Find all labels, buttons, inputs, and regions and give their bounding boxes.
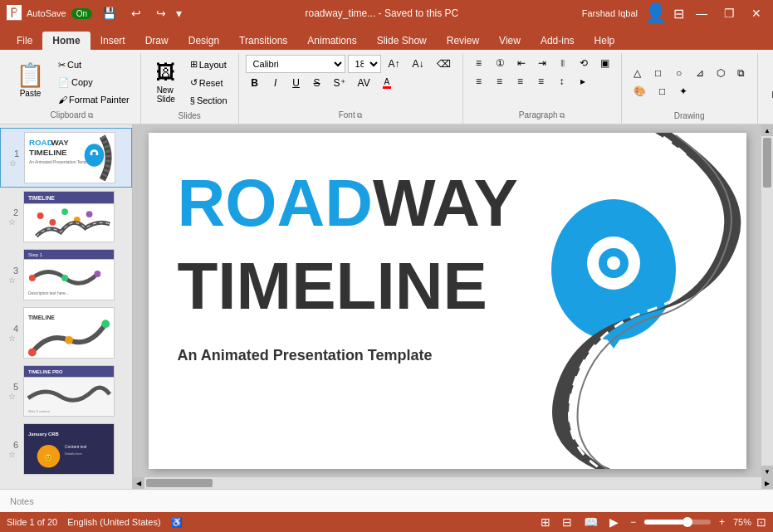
italic-button[interactable]: I xyxy=(267,75,285,91)
scroll-down-btn[interactable]: ▼ xyxy=(761,466,773,477)
columns-btn[interactable]: ⫴ xyxy=(554,55,572,71)
font-dialog-btn[interactable]: ⧉ xyxy=(357,111,362,120)
tab-design[interactable]: Design xyxy=(179,32,229,50)
copy-button[interactable]: 📄Copy xyxy=(54,75,134,90)
voice-group: ✏️ Drawing 🔍 Editing 🎤 Dictate 💡 Design … xyxy=(758,53,773,124)
shape2-btn[interactable]: □ xyxy=(649,65,668,81)
slide-thumb-4[interactable]: 4 ☆ TIMELINE xyxy=(0,304,132,362)
tab-insert[interactable]: Insert xyxy=(91,32,135,50)
align-center-btn[interactable]: ≡ xyxy=(491,73,509,90)
drawing-button[interactable]: ✏️ Drawing xyxy=(765,61,773,104)
ribbon: 📋 Paste ✂Cut 📄Copy 🖌Format Painter Clipb… xyxy=(0,50,773,124)
slide-canvas[interactable]: ROADWAY TIMELINE An Animated Presentatio… xyxy=(149,133,746,469)
reading-view-btn[interactable]: 📖 xyxy=(580,514,601,530)
slide-timeline-area: TIMELINE xyxy=(178,253,487,320)
para-dialog-btn[interactable]: ⧉ xyxy=(560,111,565,120)
font-color-btn[interactable]: A xyxy=(378,75,396,91)
font-family-select[interactable]: Calibri xyxy=(246,55,345,73)
bold-button[interactable]: B xyxy=(246,75,264,91)
close-button[interactable]: ✕ xyxy=(746,5,766,22)
slide-thumb-3[interactable]: 3 ☆ Step 1 Description text here... xyxy=(0,246,132,304)
paste-button[interactable]: 📋 Paste xyxy=(10,57,51,107)
normal-view-btn[interactable]: ⊞ xyxy=(537,514,554,530)
arrange-btn[interactable]: ⧉ xyxy=(732,65,751,81)
shadow-button[interactable]: S⁺ xyxy=(329,75,350,91)
tab-file[interactable]: File xyxy=(7,32,42,50)
strikethrough-button[interactable]: S xyxy=(308,75,326,91)
scroll-thumb[interactable] xyxy=(763,138,771,188)
align-right-btn[interactable]: ≡ xyxy=(511,73,530,90)
fill-btn[interactable]: 🎨 xyxy=(629,83,651,100)
zoom-slider-thumb[interactable] xyxy=(682,517,692,527)
slide-thumb-6[interactable]: 6 ☆ January CRB 😊 Content text Details h… xyxy=(0,420,132,478)
smartart-btn[interactable]: ▣ xyxy=(595,55,614,71)
autosave-state: On xyxy=(76,9,87,18)
restore-button[interactable]: ❐ xyxy=(719,5,740,22)
tab-slideshow[interactable]: Slide Show xyxy=(367,32,437,50)
zoom-out-btn[interactable]: − xyxy=(630,516,636,528)
bullets-btn[interactable]: ≡ xyxy=(470,55,488,71)
more-para-btn[interactable]: ▸ xyxy=(574,73,592,90)
tab-transitions[interactable]: Transitions xyxy=(229,32,297,50)
slide-thumb-5[interactable]: 5 ☆ TIMELINE PRO Slide 5 content xyxy=(0,362,132,420)
shape3-btn[interactable]: ○ xyxy=(670,65,688,81)
effects-btn[interactable]: ✦ xyxy=(674,83,692,100)
reset-button[interactable]: ↺ Reset xyxy=(186,75,232,90)
toolbar-more-icon[interactable]: ▾ xyxy=(176,7,182,20)
drawing-group: △ □ ○ ⊿ ⬡ ⧉ 🎨 □ ✦ Drawing xyxy=(622,53,758,124)
slide-thumb-2[interactable]: 2 ☆ TIMELINE xyxy=(0,188,132,246)
ribbon-collapse-icon[interactable]: ⊟ xyxy=(673,6,684,22)
increase-font-btn[interactable]: A↑ xyxy=(384,56,405,72)
fit-slide-btn[interactable]: ⊡ xyxy=(756,515,766,529)
tab-help[interactable]: Help xyxy=(585,32,625,50)
notes-area[interactable]: Notes xyxy=(0,489,773,512)
clipboard-dialog-btn[interactable]: ⧉ xyxy=(88,111,93,120)
tab-home[interactable]: Home xyxy=(42,32,90,50)
slide-5-svg: TIMELINE PRO Slide 5 content xyxy=(24,365,114,417)
clear-format-btn[interactable]: ⌫ xyxy=(432,56,456,72)
slide-sorter-btn[interactable]: ⊟ xyxy=(559,514,575,530)
accessibility-icon: ♿ xyxy=(171,517,183,528)
slide-thumb-1[interactable]: 1 ☆ ROAD WAY TIMELINE An Animated Presen… xyxy=(0,128,132,188)
underline-button[interactable]: U xyxy=(287,75,306,91)
shape1-btn[interactable]: △ xyxy=(629,65,647,81)
cut-button[interactable]: ✂Cut xyxy=(54,57,134,73)
format-painter-button[interactable]: 🖌Format Painter xyxy=(54,92,134,107)
undo-button[interactable]: ↩ xyxy=(126,5,146,22)
numbering-btn[interactable]: ① xyxy=(491,55,510,71)
decrease-font-btn[interactable]: A↓ xyxy=(408,56,429,72)
layout-button[interactable]: ⊞ Layout xyxy=(186,56,232,72)
redo-button[interactable]: ↪ xyxy=(151,5,171,22)
autosave-toggle[interactable]: On xyxy=(71,8,92,19)
justify-btn[interactable]: ≡ xyxy=(532,73,550,90)
align-left-btn[interactable]: ≡ xyxy=(470,73,488,90)
tab-addins[interactable]: Add-ins xyxy=(531,32,585,50)
section-button[interactable]: § Section xyxy=(186,93,232,108)
tab-animations[interactable]: Animations xyxy=(297,32,366,50)
scroll-up-btn[interactable]: ▲ xyxy=(761,124,773,136)
new-slide-button[interactable]: 🖼 NewSlide xyxy=(148,57,184,107)
h-scroll-thumb[interactable] xyxy=(146,479,213,487)
text-direction-btn[interactable]: ⟲ xyxy=(575,55,593,71)
slide-list: 1 ☆ ROAD WAY TIMELINE An Animated Presen… xyxy=(0,128,132,478)
font-size-select[interactable]: 18 xyxy=(348,55,381,73)
minimize-button[interactable]: — xyxy=(691,5,712,22)
zoom-slider[interactable] xyxy=(644,520,711,525)
scroll-left-btn[interactable]: ◀ xyxy=(133,477,144,489)
tab-view[interactable]: View xyxy=(489,32,531,50)
tab-draw[interactable]: Draw xyxy=(135,32,179,50)
user-avatar[interactable]: 👤 xyxy=(644,2,667,24)
zoom-in-btn[interactable]: + xyxy=(719,516,725,528)
increase-indent-btn[interactable]: ⇥ xyxy=(533,55,551,71)
tab-review[interactable]: Review xyxy=(437,32,489,50)
line-spacing-btn[interactable]: ↕ xyxy=(553,73,571,90)
scroll-right-btn[interactable]: ▶ xyxy=(761,477,773,489)
shape5-btn[interactable]: ⬡ xyxy=(712,65,730,81)
slide-number-4: 4 xyxy=(5,324,18,334)
charspacing-button[interactable]: AV xyxy=(353,75,375,91)
save-button[interactable]: 💾 xyxy=(97,5,121,22)
decrease-indent-btn[interactable]: ⇤ xyxy=(512,55,531,71)
slideshow-btn[interactable]: ▶ xyxy=(606,514,622,530)
shape4-btn[interactable]: ⊿ xyxy=(691,65,709,81)
outline-btn[interactable]: □ xyxy=(653,83,672,100)
